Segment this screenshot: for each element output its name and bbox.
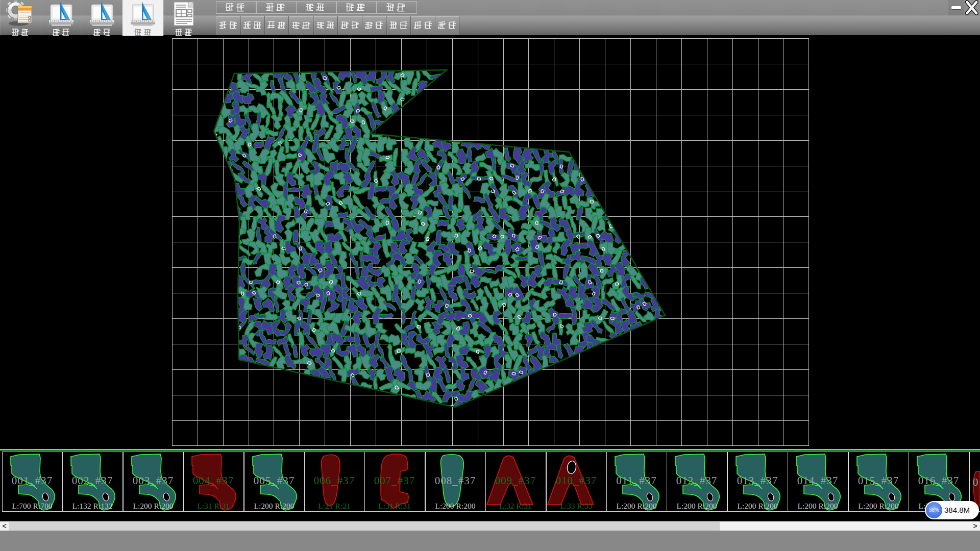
- svg-text:007_#37: 007_#37: [374, 474, 415, 487]
- svg-text:L:32 R:31: L:32 R:31: [500, 502, 532, 510]
- svg-text:L:200 R:200: L:200 R:200: [677, 502, 717, 510]
- svg-text:L:200 R:200: L:200 R:200: [858, 502, 898, 510]
- svg-text:0: 0: [973, 476, 979, 488]
- svg-text:L:31 R:31: L:31 R:31: [198, 502, 230, 510]
- svg-text:005_#37: 005_#37: [253, 474, 295, 487]
- svg-text:L:31 R:31: L:31 R:31: [379, 502, 411, 510]
- svg-text:006_#37: 006_#37: [314, 474, 355, 487]
- svg-text:002_#37: 002_#37: [72, 474, 113, 487]
- svg-text:L:200 R:200: L:200 R:200: [435, 502, 475, 510]
- svg-text:L:200 R:200: L:200 R:200: [617, 502, 657, 510]
- svg-text:001_#37: 001_#37: [12, 474, 53, 487]
- svg-text:L:200 R:200: L:200 R:200: [133, 502, 173, 510]
- svg-text:004_#37: 004_#37: [193, 474, 234, 487]
- svg-text:014_#37: 014_#37: [797, 474, 839, 487]
- svg-text:011_#37: 011_#37: [616, 474, 657, 487]
- svg-text:008_#37: 008_#37: [435, 474, 476, 487]
- svg-text:012_#37: 012_#37: [676, 474, 718, 487]
- svg-text:L:132 R:132: L:132 R:132: [72, 502, 113, 510]
- svg-text:L:200 R:200: L:200 R:200: [737, 502, 777, 510]
- svg-text:016_#37: 016_#37: [918, 474, 960, 487]
- svg-text:003_#37: 003_#37: [133, 474, 174, 487]
- svg-text:L:700 R:700: L:700 R:700: [12, 502, 53, 510]
- svg-text:013_#37: 013_#37: [737, 474, 778, 487]
- svg-text:L:200 R:200: L:200 R:200: [798, 502, 838, 510]
- svg-text:015_#37: 015_#37: [857, 474, 899, 487]
- svg-text:010_#37: 010_#37: [555, 474, 597, 487]
- svg-text:L:21 R:21: L:21 R:21: [318, 502, 350, 510]
- svg-text:L:33 R:33: L:33 R:33: [560, 502, 593, 510]
- svg-text:009_#37: 009_#37: [495, 474, 536, 487]
- svg-text:L:200 R:200: L:200 R:200: [254, 502, 294, 510]
